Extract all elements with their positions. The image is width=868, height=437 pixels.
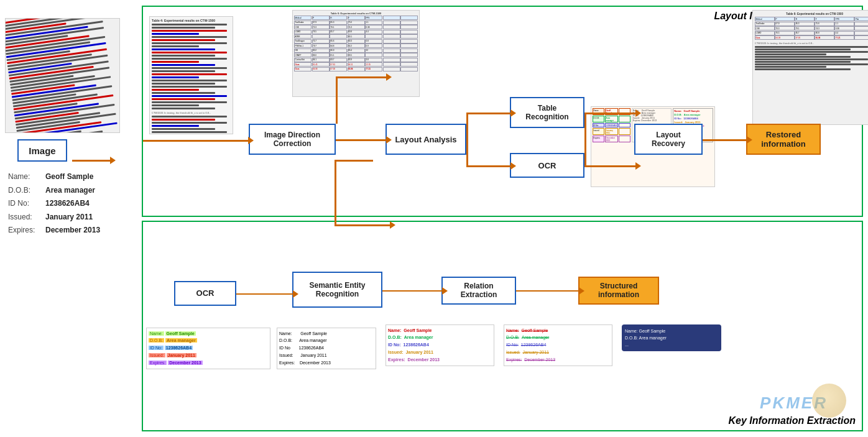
bottom-panel-title: Key Information Extraction bbox=[729, 415, 856, 426]
main-container: Image Name:Geoff Sample D.O.B:Area manag… bbox=[5, 6, 863, 431]
arrow-ocr-to-recovery bbox=[584, 165, 636, 167]
arrow-ocr-to-recovery-right bbox=[584, 139, 586, 166]
arrow-recovery-to-restored bbox=[703, 139, 747, 141]
semantic-entity-box: Semantic Entity Recognition bbox=[292, 272, 382, 308]
arrow-table-to-recovery bbox=[584, 113, 636, 114]
layout-analysis-box: Layout Analysis bbox=[386, 124, 466, 155]
arrow-layout-to-ocr-down bbox=[466, 139, 468, 166]
arrow-correction-up bbox=[336, 76, 338, 124]
left-panel: Image Name:Geoff Sample D.O.B:Area manag… bbox=[5, 6, 136, 431]
arrow-img-to-direction bbox=[72, 160, 111, 162]
arrow-to-bottom-ocr bbox=[335, 224, 390, 226]
arrow-image-to-correction bbox=[143, 140, 249, 142]
arrow-direction-to-both bbox=[335, 160, 373, 162]
relation-box: Name: Geoff Sample D.O.B: Area manager I… bbox=[504, 324, 612, 366]
restored-doc-thumb: Table 6: Experimental results on CTW-150… bbox=[752, 10, 868, 125]
relation-extraction-box: Relation Extraction bbox=[441, 277, 516, 305]
image-box: Image bbox=[17, 139, 67, 162]
arrow-relation-to-structured bbox=[516, 290, 579, 292]
highlighted-labels-box: Name: Geoff Sample D.O.B: Area manager I… bbox=[146, 328, 270, 369]
arrow-correction-layout bbox=[336, 139, 387, 141]
structured-output-box: Name: Geoff Sample D.O.B: Area manager .… bbox=[622, 324, 721, 352]
ocr-box-top: OCR bbox=[510, 153, 584, 178]
right-panels: Layout Information Extraction Table 4: E… bbox=[142, 6, 863, 431]
arrow-layout-to-ocr bbox=[466, 165, 511, 167]
arrow-layout-to-table-split bbox=[466, 113, 468, 140]
arrow-vertical-split bbox=[335, 160, 336, 225]
pkmer-coin bbox=[812, 384, 846, 418]
restored-info-box: Restored information bbox=[746, 124, 821, 155]
arrow-correction-to-layout bbox=[336, 76, 387, 78]
bottom-panel: Key Information Extraction OCR Semantic … bbox=[142, 221, 863, 432]
ocr-box-bottom: OCR bbox=[174, 281, 236, 306]
id-card-info: Name:Geoff Sample D.O.B:Area manager ID … bbox=[8, 170, 100, 237]
table-image-thumb: Table 6: Experimental results on CTW-150… bbox=[292, 10, 420, 97]
layout-recovery-box: Layout Recovery bbox=[634, 124, 703, 155]
arrow-semantic-to-relation bbox=[382, 290, 443, 292]
image-direction-correction-box: Image Direction Correction bbox=[249, 124, 336, 155]
arrow-ocr-to-semantic bbox=[236, 293, 293, 295]
table-recognition-box: Table Recognition bbox=[510, 97, 584, 128]
ner-highlighted-box: Name: Geoff Sample D.O.B: Area manager I… bbox=[386, 324, 494, 366]
original-image-thumb bbox=[5, 18, 120, 133]
structured-info-box: Structured information bbox=[578, 277, 659, 305]
corrected-doc-thumb: Table 4: Experimental results on CTW-150… bbox=[149, 16, 233, 134]
top-panel: Layout Information Extraction Table 4: E… bbox=[142, 6, 863, 217]
plain-text-id-box: Name: Geoff Sample D.O.B: Area manager I… bbox=[277, 328, 376, 369]
arrow-layout-to-table bbox=[466, 113, 511, 114]
arrow-table-to-recovery-right bbox=[584, 113, 586, 139]
